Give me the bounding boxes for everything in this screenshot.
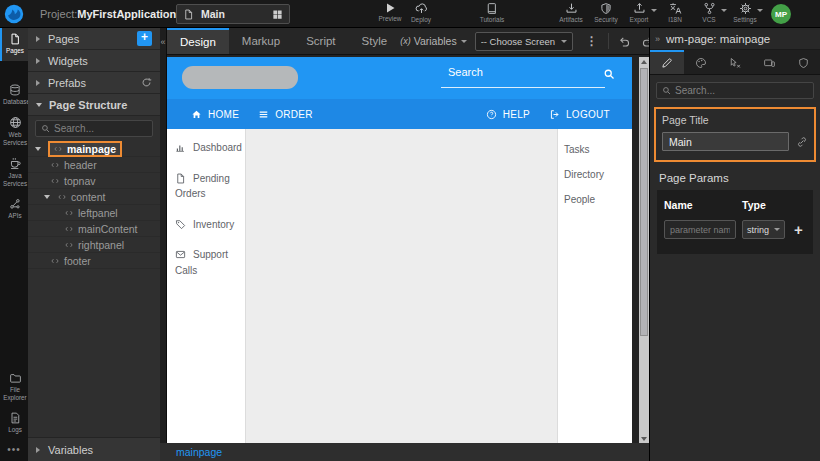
tab-security[interactable] xyxy=(786,50,820,74)
tab-styles[interactable] xyxy=(684,50,718,74)
tutorials-button[interactable]: Tutorials xyxy=(470,2,514,23)
rail-item-web-services[interactable]: Web Services xyxy=(0,111,28,152)
tab-devices[interactable] xyxy=(752,50,786,74)
caret-down-icon[interactable] xyxy=(44,195,50,199)
page-selector[interactable]: Main xyxy=(176,4,290,24)
search-icon[interactable] xyxy=(603,68,615,80)
right-item-directory[interactable]: Directory xyxy=(564,169,632,180)
param-name-input[interactable] xyxy=(664,220,736,239)
tree-item-maincontent[interactable]: mainContent xyxy=(28,221,160,237)
code-icon xyxy=(57,192,67,202)
tree-item-leftpanel[interactable]: leftpanel xyxy=(28,205,160,221)
rail-item-apis[interactable]: APIs xyxy=(0,193,28,226)
tree-item-footer[interactable]: footer xyxy=(28,253,160,269)
column-header-name: Name xyxy=(664,199,742,211)
tab-events[interactable] xyxy=(718,50,752,74)
rail-item-java-services[interactable]: Java Services xyxy=(0,152,28,193)
refresh-icon[interactable] xyxy=(141,77,152,88)
section-variables[interactable]: Variables xyxy=(28,437,160,461)
tree-item-topnav[interactable]: topnav xyxy=(28,173,160,189)
add-param-button[interactable]: + xyxy=(794,223,803,237)
rail-item-logs[interactable]: Logs xyxy=(0,407,28,440)
section-widgets[interactable]: Widgets xyxy=(28,50,160,72)
rail-item-pages[interactable]: Pages xyxy=(0,28,28,61)
param-type-select[interactable]: string xyxy=(742,220,785,239)
page-params-header: Page Params xyxy=(650,167,820,188)
tab-script[interactable]: Script xyxy=(293,28,348,54)
variables-dropdown[interactable]: (x) Variables xyxy=(400,35,467,47)
page-title-input[interactable] xyxy=(662,132,789,151)
nav-home[interactable]: HOME xyxy=(191,109,239,120)
scrollbar-thumb[interactable] xyxy=(640,68,648,336)
tab-properties[interactable] xyxy=(650,50,684,74)
properties-title-bar: » wm-page: mainpage xyxy=(650,28,820,50)
tab-design[interactable]: Design xyxy=(167,28,229,54)
scroll-up-icon[interactable] xyxy=(639,57,649,66)
menu-item-inventory[interactable]: Inventory xyxy=(175,217,242,233)
screen-size-select[interactable]: -- Choose Screen Size -- xyxy=(475,32,573,51)
log-file-icon xyxy=(9,412,21,424)
palette-icon xyxy=(695,57,707,69)
deploy-button[interactable]: Deploy xyxy=(399,2,443,23)
nav-help[interactable]: HELP xyxy=(486,109,530,120)
caret-right-icon xyxy=(36,80,40,86)
gear-icon xyxy=(739,2,752,15)
properties-search xyxy=(650,75,820,105)
panel-splitter[interactable]: « xyxy=(160,28,167,461)
chevron-down-icon xyxy=(774,228,780,231)
code-icon xyxy=(53,144,63,154)
properties-search-box[interactable] xyxy=(656,82,814,99)
app-right-panel: Tasks Directory People xyxy=(558,129,632,443)
right-item-people[interactable]: People xyxy=(564,194,632,205)
status-page-link[interactable]: mainpage xyxy=(176,446,222,458)
design-canvas[interactable]: Search HOME ORDER HELP xyxy=(167,57,632,443)
nav-order[interactable]: ORDER xyxy=(258,109,313,120)
app-main-content[interactable] xyxy=(245,129,558,443)
tree-item-rightpanel[interactable]: rightpanel xyxy=(28,237,160,253)
section-prefabs[interactable]: Prefabs xyxy=(28,72,160,94)
add-page-button[interactable]: + xyxy=(137,31,152,46)
menu-item-support-calls[interactable]: Support Calls xyxy=(175,247,242,278)
rail-item-file-explorer[interactable]: File Explorer xyxy=(0,367,28,407)
tree-item-content[interactable]: content xyxy=(28,189,160,205)
hamburger-icon xyxy=(258,109,269,120)
menu-item-dashboard[interactable]: Dashboard xyxy=(175,140,242,156)
bind-link-icon[interactable] xyxy=(796,136,808,148)
structure-search-input[interactable] xyxy=(54,123,147,134)
undo-button[interactable] xyxy=(613,35,636,48)
rail-item-databases[interactable]: Databases xyxy=(0,79,28,112)
app-search[interactable]: Search xyxy=(441,66,615,90)
section-page-structure[interactable]: Page Structure xyxy=(28,94,160,116)
properties-tabs xyxy=(650,50,820,75)
tab-style[interactable]: Style xyxy=(349,28,401,54)
collapse-right-icon[interactable]: » xyxy=(650,34,666,44)
more-options-icon[interactable]: ••• xyxy=(0,444,28,455)
properties-search-input[interactable] xyxy=(675,85,808,96)
nav-logout[interactable]: LOGOUT xyxy=(549,109,610,120)
scroll-down-icon[interactable] xyxy=(639,434,649,443)
page-params-table: Name Type string + xyxy=(657,190,813,254)
wavemaker-logo-icon[interactable] xyxy=(2,2,26,26)
structure-search-box[interactable] xyxy=(35,120,153,137)
user-avatar[interactable]: MP xyxy=(771,4,791,24)
project-label: Project: xyxy=(40,8,77,20)
bar-chart-icon xyxy=(175,142,186,153)
canvas-scrollbar[interactable] xyxy=(639,57,649,443)
caret-right-icon xyxy=(36,36,40,42)
variables-icon: (x) xyxy=(400,36,411,46)
tab-markup[interactable]: Markup xyxy=(229,28,293,54)
collapse-left-icon[interactable]: « xyxy=(160,37,166,47)
caret-down-icon[interactable] xyxy=(35,147,41,151)
page-icon xyxy=(183,9,194,20)
settings-button[interactable]: Settings xyxy=(723,2,767,23)
tree-item-mainpage[interactable]: mainpage xyxy=(28,141,160,157)
globe-icon xyxy=(9,116,22,129)
cloud-upload-icon xyxy=(415,2,428,15)
menu-item-pending-orders[interactable]: Pending Orders xyxy=(175,171,242,202)
more-actions-icon[interactable]: ⋮ xyxy=(580,34,604,48)
grid-icon[interactable] xyxy=(272,9,283,20)
tree-item-header[interactable]: header xyxy=(28,157,160,173)
page-title-label: Page Title xyxy=(662,114,808,126)
section-pages[interactable]: Pages + xyxy=(28,28,160,50)
right-item-tasks[interactable]: Tasks xyxy=(564,144,632,155)
